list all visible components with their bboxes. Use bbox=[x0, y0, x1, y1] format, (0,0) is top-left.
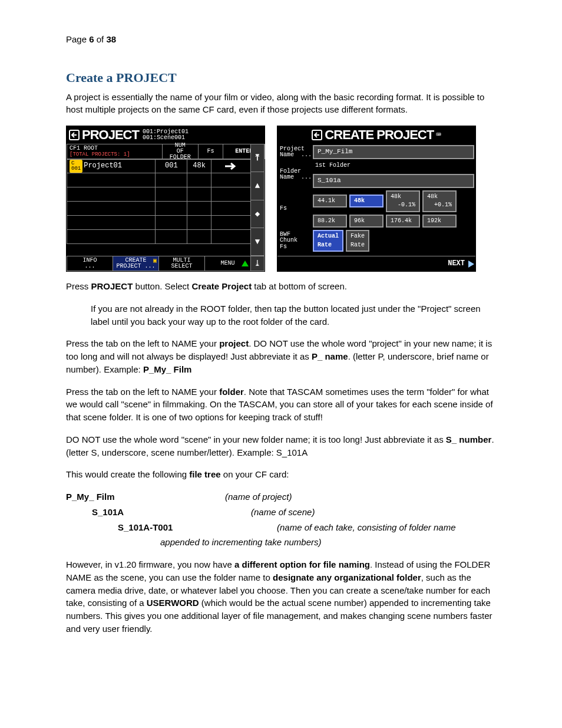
firmware-paragraph: However, in v1.20 firmware, you now have… bbox=[66, 558, 496, 635]
back-icon[interactable] bbox=[69, 130, 80, 140]
file-tree-intro: This would create the following file tre… bbox=[66, 468, 496, 481]
scroll-top-icon[interactable]: ⤒ bbox=[250, 144, 265, 172]
multi-select-tab[interactable]: MULTI SELECT bbox=[158, 256, 205, 271]
create-project-title: CREATE PROJECT bbox=[325, 129, 434, 141]
project-screen-title: PROJECT bbox=[82, 129, 139, 141]
page-prefix: Page bbox=[66, 34, 89, 44]
fs-option[interactable]: 48k bbox=[349, 195, 384, 208]
page-current: 6 bbox=[89, 34, 94, 44]
fs-option[interactable]: 176.4k bbox=[386, 215, 420, 228]
bwf-option[interactable]: Actual Rate bbox=[313, 230, 343, 252]
project-num-cell: 001 bbox=[155, 159, 187, 173]
folder-name-label: Folder Name ... bbox=[277, 160, 312, 189]
project-badge: C 001 bbox=[70, 160, 82, 173]
first-folder-label: 1st Folder bbox=[315, 162, 474, 170]
tree-project: P_My_ Film bbox=[66, 490, 225, 503]
menu-tab[interactable]: MENU bbox=[204, 256, 251, 271]
tree-scene: S_101A bbox=[66, 506, 251, 519]
press-project-paragraph: Press PROJECT button. Select Create Proj… bbox=[66, 280, 496, 293]
section-heading: Create a PROJECT bbox=[66, 68, 496, 87]
page-number: Page 6 of 38 bbox=[66, 33, 496, 46]
next-button[interactable]: NEXT bbox=[448, 259, 465, 269]
scroll-bottom-icon[interactable]: ⤓ bbox=[250, 256, 265, 271]
bwf-option[interactable]: Fake Rate bbox=[346, 230, 369, 252]
project-name-cell: Project01 bbox=[84, 161, 122, 171]
page-sep: of bbox=[94, 34, 107, 44]
bwf-options: Actual RateFake Rate bbox=[312, 229, 475, 253]
project-enter-arrow[interactable] bbox=[211, 159, 251, 173]
file-tree: P_My_ Film(name of project) S_101A(name … bbox=[66, 490, 496, 549]
project-fs-cell: 48k bbox=[187, 159, 211, 173]
menu-up-icon bbox=[242, 261, 249, 266]
tree-take: S_101A-T001 bbox=[66, 521, 277, 534]
fs-label: Fs bbox=[277, 189, 312, 229]
scroll-thumb-icon[interactable]: ◆ bbox=[250, 200, 265, 228]
keyboard-icon: ⌨ bbox=[436, 129, 441, 141]
fs-option[interactable]: 96k bbox=[349, 215, 384, 228]
fs-header: Fs bbox=[198, 144, 224, 159]
fs-option[interactable]: 48k +0.1% bbox=[422, 190, 457, 212]
info-tab[interactable]: INFO ... bbox=[67, 256, 113, 271]
project-name-field[interactable]: P_My_Film bbox=[313, 145, 474, 159]
back-icon[interactable] bbox=[312, 130, 322, 140]
name-folder-paragraph: Press the tab on the left to NAME your f… bbox=[66, 386, 496, 424]
num-of-folder-header: NUM OF FOLDER bbox=[162, 144, 199, 159]
tree-take-desc: (name of each take, consisting of folder… bbox=[277, 521, 456, 534]
total-projects-label: [TOTAL PROJECTS: 1] bbox=[70, 152, 130, 157]
fs-option[interactable]: 48k -0.1% bbox=[386, 190, 420, 212]
tree-take-desc-cont: appended to incrementing take numbers) bbox=[66, 536, 496, 549]
fs-options: 44.1k48k48k -0.1%48k +0.1%88.2k96k176.4k… bbox=[312, 189, 475, 229]
fs-option[interactable]: 88.2k bbox=[313, 215, 347, 228]
folder-icon: ▣ bbox=[153, 258, 157, 264]
project-row[interactable]: C 001 Project01 001 48k bbox=[67, 159, 250, 173]
intro-paragraph: A project is essentially the name of you… bbox=[66, 91, 496, 117]
fs-option[interactable]: 192k bbox=[422, 215, 457, 228]
create-project-tab[interactable]: CREATE PROJECT ... ▣ bbox=[113, 256, 159, 271]
screenshot-project-screen: PROJECT 001:Project01 001:Scene001 CF1 R… bbox=[66, 126, 265, 272]
scene-abbrev-paragraph: DO NOT use the whole word "scene" in you… bbox=[66, 433, 496, 459]
name-project-paragraph: Press the tab on the left to NAME your p… bbox=[66, 337, 496, 375]
tree-project-desc: (name of project) bbox=[225, 490, 292, 503]
screenshot-create-project-screen: CREATE PROJECT ⌨ Project Name ... P_My_F… bbox=[277, 126, 476, 272]
tree-scene-desc: (name of scene) bbox=[251, 506, 315, 519]
root-folder-paragraph: If you are not already in the ROOT folde… bbox=[91, 302, 496, 328]
scroll-up-icon[interactable]: ▲ bbox=[250, 172, 265, 199]
scroll-down-icon[interactable]: ▼ bbox=[250, 228, 265, 256]
project-name-label: Project Name ... bbox=[277, 144, 312, 160]
next-arrow-icon[interactable] bbox=[468, 261, 474, 268]
project-screen-sub2: 001:Scene001 bbox=[143, 135, 189, 141]
bwf-label: BWF Chunk Fs bbox=[277, 229, 312, 253]
page-total: 38 bbox=[106, 34, 116, 44]
folder-name-field[interactable]: S_101a bbox=[313, 174, 474, 188]
fs-option[interactable]: 44.1k bbox=[313, 195, 347, 208]
